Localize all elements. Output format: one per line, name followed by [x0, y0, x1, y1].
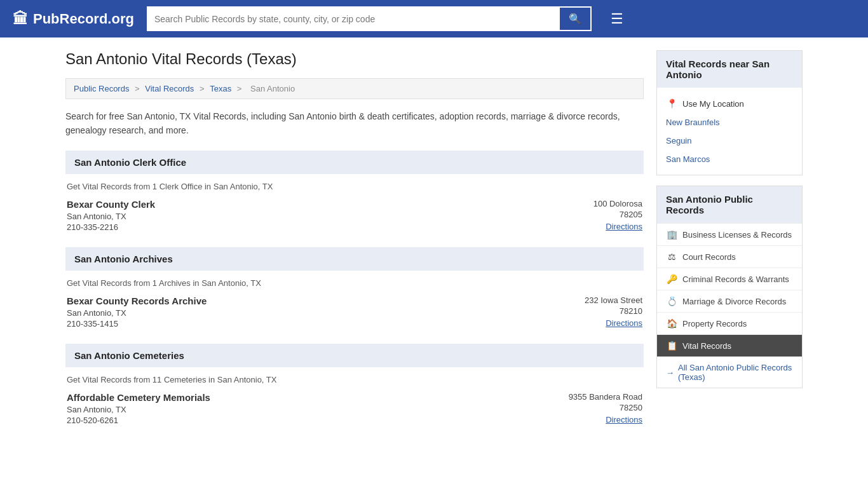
- record-address: 100 Dolorosa 78205 Directions: [593, 199, 642, 232]
- cemeteries-section: San Antonio Cemeteries Get Vital Records…: [65, 344, 644, 425]
- record-phone: 210-335-1415: [67, 319, 559, 329]
- nearby-seguin[interactable]: Seguin: [666, 132, 793, 150]
- record-city: San Antonio, TX: [67, 308, 559, 318]
- breadcrumb-vital-records[interactable]: Vital Records: [145, 84, 194, 93]
- court-icon: ⚖: [666, 252, 677, 262]
- sidebar-item-vital-records[interactable]: 📋 Vital Records: [657, 334, 802, 356]
- location-icon: 📍: [666, 98, 677, 109]
- page-container: San Antonio Vital Records (Texas) Public…: [53, 37, 815, 453]
- vital-icon: 📋: [666, 341, 677, 351]
- cemeteries-section-desc: Get Vital Records from 11 Cemeteries in …: [65, 375, 644, 384]
- page-description: Search for free San Antonio, TX Vital Re…: [65, 109, 644, 138]
- sidebar-item-property-records[interactable]: 🏠 Property Records: [657, 312, 802, 334]
- record-info: Bexar County Records Archive San Antonio…: [67, 295, 559, 329]
- public-records-nav-header: San Antonio Public Records: [657, 186, 802, 223]
- directions-link-clerk[interactable]: Directions: [593, 222, 642, 231]
- business-icon: 🏢: [666, 229, 677, 240]
- property-icon: 🏠: [666, 318, 677, 329]
- vital-records-nearby-header: Vital Records near San Antonio: [657, 51, 802, 88]
- archives-section: San Antonio Archives Get Vital Records f…: [65, 247, 644, 329]
- sidebar: Vital Records near San Antonio 📍 Use My …: [656, 50, 803, 440]
- breadcrumb-texas[interactable]: Texas: [210, 84, 231, 93]
- archives-section-header: San Antonio Archives: [65, 247, 644, 271]
- search-input[interactable]: [147, 6, 559, 31]
- logo-link[interactable]: 🏛 PubRecord.org: [13, 10, 134, 28]
- record-info: Affordable Cemetery Memorials San Antoni…: [67, 392, 543, 425]
- record-zip: 78205: [593, 210, 642, 219]
- record-street: 232 Iowa Street: [585, 295, 642, 305]
- logo-icon: 🏛: [13, 10, 28, 28]
- record-name: Bexar County Clerk: [67, 199, 568, 210]
- clerk-section-header: San Antonio Clerk Office: [65, 151, 644, 174]
- main-content: San Antonio Vital Records (Texas) Public…: [65, 50, 644, 440]
- public-records-nav-box: San Antonio Public Records 🏢 Business Li…: [656, 186, 803, 388]
- record-address: 9355 Bandera Road 78250 Directions: [569, 392, 642, 425]
- search-button[interactable]: 🔍: [559, 6, 592, 31]
- archives-section-desc: Get Vital Records from 1 Archives in San…: [65, 278, 644, 288]
- criminal-icon: 🔑: [666, 274, 677, 284]
- logo-text: PubRecord.org: [33, 11, 134, 27]
- cemeteries-section-header: San Antonio Cemeteries: [65, 344, 644, 367]
- record-phone: 210-335-2216: [67, 222, 568, 232]
- record-zip: 78210: [585, 306, 642, 316]
- sidebar-item-business-licenses[interactable]: 🏢 Business Licenses & Records: [657, 223, 802, 245]
- sidebar-item-criminal-records[interactable]: 🔑 Criminal Records & Warrants: [657, 268, 802, 290]
- vital-records-nearby-content: 📍 Use My Location New Braunfels Seguin S…: [657, 88, 802, 175]
- record-info: Bexar County Clerk San Antonio, TX 210-3…: [67, 199, 568, 232]
- breadcrumb-sep-3: >: [237, 84, 244, 93]
- table-row: Bexar County Records Archive San Antonio…: [65, 295, 644, 329]
- breadcrumb-public-records[interactable]: Public Records: [74, 84, 129, 93]
- record-zip: 78250: [569, 403, 642, 412]
- breadcrumb-san-antonio: San Antonio: [250, 84, 295, 93]
- directions-link-archives[interactable]: Directions: [585, 318, 642, 328]
- directions-link-cemetery[interactable]: Directions: [569, 415, 642, 424]
- record-address: 232 Iowa Street 78210 Directions: [585, 295, 642, 329]
- record-city: San Antonio, TX: [67, 212, 568, 221]
- sidebar-item-court-records[interactable]: ⚖ Court Records: [657, 245, 802, 268]
- table-row: Affordable Cemetery Memorials San Antoni…: [65, 392, 644, 425]
- clerk-section-desc: Get Vital Records from 1 Clerk Office in…: [65, 182, 644, 191]
- record-street: 9355 Bandera Road: [569, 392, 642, 402]
- nearby-new-braunfels[interactable]: New Braunfels: [666, 113, 793, 132]
- record-phone: 210-520-6261: [67, 416, 543, 425]
- record-name: Affordable Cemetery Memorials: [67, 392, 543, 403]
- nearby-san-marcos[interactable]: San Marcos: [666, 150, 793, 168]
- sidebar-all-link[interactable]: → All San Antonio Public Records (Texas): [657, 356, 802, 388]
- vital-records-nearby-box: Vital Records near San Antonio 📍 Use My …: [656, 50, 803, 175]
- arrow-icon: →: [666, 368, 674, 377]
- sidebar-item-marriage-records[interactable]: 💍 Marriage & Divorce Records: [657, 290, 802, 312]
- search-area: 🔍: [147, 6, 592, 31]
- page-title: San Antonio Vital Records (Texas): [65, 50, 644, 68]
- table-row: Bexar County Clerk San Antonio, TX 210-3…: [65, 199, 644, 232]
- record-street: 100 Dolorosa: [593, 199, 642, 208]
- breadcrumb-sep-2: >: [200, 84, 207, 93]
- use-my-location[interactable]: 📍 Use My Location: [666, 94, 793, 113]
- site-header: 🏛 PubRecord.org 🔍 ☰: [0, 0, 868, 37]
- record-city: San Antonio, TX: [67, 405, 543, 414]
- marriage-icon: 💍: [666, 296, 677, 306]
- menu-button[interactable]: ☰: [611, 11, 623, 27]
- breadcrumb: Public Records > Vital Records > Texas >…: [65, 78, 644, 99]
- breadcrumb-sep-1: >: [135, 84, 142, 93]
- record-name: Bexar County Records Archive: [67, 295, 559, 306]
- clerk-section: San Antonio Clerk Office Get Vital Recor…: [65, 151, 644, 232]
